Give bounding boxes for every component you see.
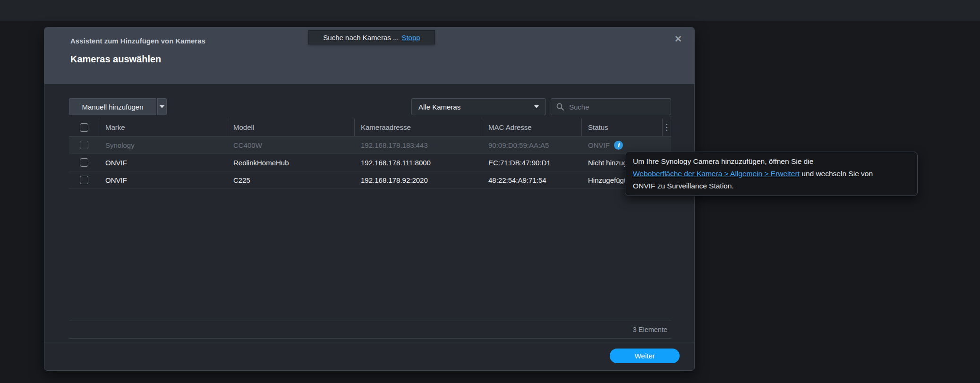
next-button[interactable]: Weiter bbox=[610, 349, 680, 363]
cell-mac: 48:22:54:A9:71:54 bbox=[482, 171, 582, 188]
page-title: Kameras auswählen bbox=[70, 54, 161, 65]
cell-mac: EC:71:DB:47:90:D1 bbox=[482, 154, 582, 171]
table-header-row: Marke Modell Kameraadresse MAC Adresse S… bbox=[69, 119, 671, 136]
add-camera-wizard-dialog: Assistent zum Hinzufügen von Kameras Kam… bbox=[44, 27, 695, 371]
item-count: 3 Elemente bbox=[69, 321, 671, 339]
cell-model: CC400W bbox=[227, 136, 355, 153]
info-icon[interactable]: i bbox=[614, 141, 623, 150]
row-checkbox[interactable] bbox=[80, 176, 88, 184]
chevron-down-icon bbox=[160, 105, 164, 108]
column-header-mac[interactable]: MAC Adresse bbox=[482, 119, 582, 136]
row-checkbox[interactable] bbox=[80, 158, 88, 167]
search-status-banner: Suche nach Kameras ... Stopp bbox=[308, 30, 435, 44]
column-header-address[interactable]: Kameraadresse bbox=[355, 119, 482, 136]
stop-search-link[interactable]: Stopp bbox=[401, 34, 420, 42]
search-status-text: Suche nach Kameras ... bbox=[323, 34, 399, 42]
tooltip-line-2: Weboberfläche der Kamera > Allgemein > E… bbox=[633, 168, 910, 180]
close-icon[interactable]: ✕ bbox=[674, 34, 682, 44]
cell-model: C225 bbox=[227, 171, 355, 188]
cell-model: ReolinkHomeHub bbox=[227, 154, 355, 171]
chevron-down-icon bbox=[534, 105, 539, 108]
column-header-model[interactable]: Modell bbox=[227, 119, 355, 136]
column-settings-icon[interactable]: ⋮ bbox=[663, 122, 671, 132]
dialog-title: Assistent zum Hinzufügen von Kameras bbox=[70, 37, 205, 45]
column-header-brand[interactable]: Marke bbox=[99, 119, 227, 136]
manual-add-split-button: Manuell hinzufügen bbox=[69, 98, 167, 115]
tooltip-line-1: Um Ihre Synology Camera hinzuzufügen, öf… bbox=[633, 155, 910, 168]
info-tooltip: Um Ihre Synology Camera hinzuzufügen, öf… bbox=[625, 152, 918, 196]
cell-mac: 90:09:D0:59:AA:A5 bbox=[482, 136, 582, 153]
cell-status: ONVIF i bbox=[582, 136, 663, 153]
camera-web-ui-link[interactable]: Weboberfläche der Kamera > Allgemein > E… bbox=[633, 170, 800, 178]
select-all-checkbox[interactable] bbox=[80, 123, 88, 132]
table-row[interactable]: ONVIF C225 192.168.178.92:2020 48:22:54:… bbox=[69, 171, 671, 189]
footer-divider bbox=[44, 342, 694, 342]
cell-brand: Synology bbox=[99, 136, 227, 153]
manual-add-dropdown-button[interactable] bbox=[157, 98, 167, 115]
table-row[interactable]: ONVIF ReolinkHomeHub 192.168.178.111:800… bbox=[69, 154, 671, 171]
manual-add-button[interactable]: Manuell hinzufügen bbox=[69, 98, 156, 115]
table-row: Synology CC400W 192.168.178.183:443 90:0… bbox=[69, 136, 671, 154]
cell-brand: ONVIF bbox=[99, 154, 227, 171]
screen: Assistent zum Hinzufügen von Kameras Kam… bbox=[0, 0, 980, 383]
cell-address: 192.168.178.92:2020 bbox=[355, 171, 482, 188]
search-icon bbox=[556, 102, 564, 111]
row-checkbox bbox=[80, 141, 88, 149]
tooltip-line-3: ONVIF zu Surveillance Station. bbox=[633, 180, 910, 192]
search-input[interactable] bbox=[568, 102, 666, 111]
camera-filter-select[interactable]: Alle Kameras bbox=[411, 98, 546, 115]
column-header-status[interactable]: Status bbox=[582, 119, 663, 136]
cell-address: 192.168.178.183:443 bbox=[355, 136, 482, 153]
camera-table: Marke Modell Kameraadresse MAC Adresse S… bbox=[69, 119, 671, 189]
cell-address: 192.168.178.111:8000 bbox=[355, 154, 482, 171]
dialog-header: Assistent zum Hinzufügen von Kameras Kam… bbox=[44, 27, 694, 84]
cell-brand: ONVIF bbox=[99, 171, 227, 188]
search-box bbox=[551, 98, 671, 115]
background-top-strip bbox=[0, 0, 980, 21]
camera-filter-value: Alle Kameras bbox=[418, 103, 460, 111]
